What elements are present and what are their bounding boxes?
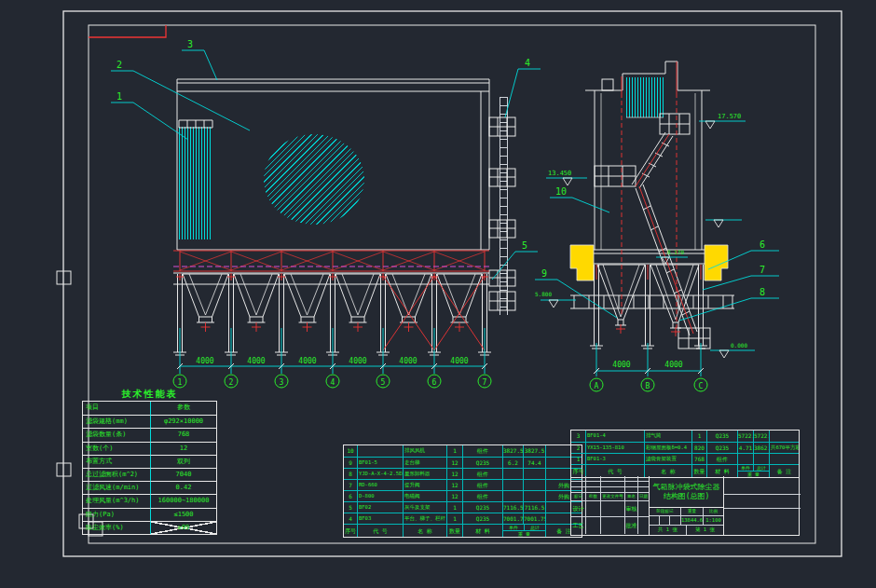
- svg-text:17.570: 17.570: [718, 113, 741, 120]
- performance-table-grid: 项目参数 滤袋规格(mm)φ292×10000 滤袋数量(条)768 室数(个)…: [82, 401, 217, 535]
- perf-value: 0.42: [150, 481, 216, 494]
- bom-row: 1BF01-3滤袋骨架装置768组件: [571, 453, 799, 464]
- svg-text:10: 10: [555, 186, 567, 197]
- perf-label: 阻力(Pa): [83, 508, 150, 521]
- svg-text:5: 5: [522, 240, 527, 251]
- svg-text:6: 6: [432, 378, 437, 387]
- svg-text:4000: 4000: [349, 357, 366, 365]
- left-view-white: [173, 79, 515, 355]
- revision-labels: 标记处数 更改文件号签名 日期: [571, 493, 649, 501]
- svg-text:4000: 4000: [247, 357, 265, 365]
- perf-value: ≤1500: [150, 508, 216, 521]
- svg-text:0.000: 0.000: [731, 342, 747, 349]
- svg-text:B: B: [646, 382, 650, 390]
- bom-header: 序号代 号名 称数量材 料 单件总计重 量 备 注: [571, 464, 799, 477]
- perf-label: 滤袋规格(mm): [83, 415, 150, 428]
- svg-text:3: 3: [280, 378, 284, 387]
- svg-text:4: 4: [525, 58, 530, 68]
- bom-header: 序号代 号名 称数量材 料 单件总计重 量 备 注: [344, 524, 582, 537]
- svg-text:8: 8: [760, 287, 765, 297]
- perf-value: 768: [150, 428, 216, 441]
- svg-text:C: C: [699, 382, 704, 390]
- svg-text:1: 1: [178, 378, 183, 387]
- right-axis-labels: A B C: [595, 382, 704, 390]
- signature-row: 设计审核: [571, 501, 649, 517]
- title-block-company-area: [724, 476, 801, 535]
- perf-value: 12: [150, 442, 216, 455]
- bom-row: 10排风风机1组件3827.53827.5: [344, 445, 582, 457]
- bom-row: 9BF01-5走台梯12Q2356.274.4: [344, 457, 582, 468]
- cad-canvas[interactable]: 4000 4000 4000 4000 4000 4000 1 2 3 4 5 …: [0, 0, 876, 588]
- bom-row: 4BF03平台、梯子、栏杆1Q2357001.757001.75: [344, 513, 582, 524]
- svg-text:2: 2: [229, 378, 234, 387]
- performance-table: 技术性能表 项目参数 滤袋规格(mm)φ292×10000 滤袋数量(条)768…: [82, 388, 217, 535]
- bom-row: 7RD-660提升阀12组件外购: [344, 479, 582, 490]
- perf-value: 7040: [150, 468, 216, 481]
- bom-table-right: 3BF01-4排气筒1Q2355722.15722.1 2YX15-135-81…: [570, 430, 800, 478]
- perf-label: 除尘效率(%): [83, 521, 150, 534]
- svg-text:4: 4: [331, 378, 335, 387]
- svg-text:6: 6: [760, 239, 765, 250]
- performance-table-title: 技术性能表: [82, 388, 217, 401]
- right-view-dim-lines: [596, 343, 701, 376]
- bom-row: 8YJD-A-X-4-2.5E6-2星形卸料器12组件: [344, 468, 582, 479]
- svg-text:4000: 4000: [399, 357, 417, 365]
- perf-label: 室数(个): [83, 442, 150, 455]
- elevation-marker-lines: [541, 121, 755, 350]
- svg-text:2: 2: [116, 60, 122, 70]
- stage-mark-boxes: [650, 516, 681, 526]
- scale-value: 1:100: [704, 516, 723, 526]
- bom-row: 5BF02灰斗及支架1Q2357116.57116.5: [344, 501, 582, 513]
- svg-text:7: 7: [760, 265, 765, 275]
- svg-text:4000: 4000: [196, 357, 213, 365]
- perf-value: φ292×10000: [150, 415, 216, 428]
- perf-label: 总过滤面积(m^2): [83, 468, 150, 481]
- svg-text:5: 5: [381, 378, 386, 387]
- bom-row: 2YX15-135-810彩钢屋面板δ=0.4820Q2354.713862.3…: [571, 442, 799, 453]
- elevation-texts: 17.570 13.450 8.170 5.800 0.000: [535, 113, 747, 349]
- bom-row: 3BF01-4排气筒1Q2355722.15722.1: [571, 431, 799, 442]
- right-view-white: [570, 62, 734, 349]
- signature-row: 工艺批准: [571, 517, 649, 534]
- svg-text:7: 7: [483, 378, 487, 387]
- revision-mark-red: [89, 25, 166, 37]
- perf-value: 参数: [150, 402, 216, 415]
- weight-value: 13844.65: [681, 516, 704, 526]
- perf-label: 滤袋数量(条): [83, 428, 150, 441]
- svg-text:A: A: [595, 382, 599, 390]
- sheet-total: 共 1 张: [650, 526, 687, 535]
- left-view-red-truss: [173, 251, 489, 350]
- svg-text:13.450: 13.450: [548, 170, 571, 177]
- perf-label: 过滤风速(m/min): [83, 481, 150, 494]
- perf-label: 布置方式: [83, 455, 150, 468]
- title-block: 标记处数 更改文件号签名 日期 设计审核 工艺批准 气箱脉冲袋式除尘器结构图(总…: [570, 476, 800, 536]
- svg-text:1: 1: [116, 91, 122, 102]
- inlet-scoops: [570, 245, 728, 280]
- sheet-number: 第 1 张: [687, 526, 723, 535]
- svg-text:4000: 4000: [298, 357, 316, 365]
- perf-label: 处理风量(m^3/h): [83, 494, 150, 507]
- bom-row: 6D-800电磁阀12组件外购: [344, 490, 582, 501]
- title-block-revision-area: 标记处数 更改文件号签名 日期 设计审核 工艺批准: [571, 476, 650, 535]
- drawing-title: 气箱脉冲袋式除尘器结构图(总图): [650, 476, 724, 508]
- bom-table-middle: 10排风风机1组件3827.53827.5 9BF01-5走台梯12Q2356.…: [343, 444, 582, 538]
- svg-text:8.170: 8.170: [667, 249, 684, 255]
- svg-text:4000: 4000: [664, 361, 682, 369]
- perf-value: 160000~180000: [150, 494, 216, 507]
- svg-text:5.800: 5.800: [535, 291, 552, 297]
- title-block-stage-area: 阶段标记 重量 比例 13844.65 1:100 共 1 张 第 1 张: [650, 508, 724, 535]
- svg-text:9: 9: [541, 268, 547, 279]
- svg-text:4000: 4000: [450, 357, 468, 365]
- perf-value-crossed: ≥99: [150, 521, 216, 534]
- perf-label: 项目: [83, 402, 150, 415]
- perf-value: 双列: [150, 455, 216, 468]
- callout-numbers: 1 2 3 4 5 6 7 8 9 10: [116, 39, 765, 297]
- svg-text:3: 3: [187, 39, 193, 49]
- svg-text:4000: 4000: [612, 361, 630, 369]
